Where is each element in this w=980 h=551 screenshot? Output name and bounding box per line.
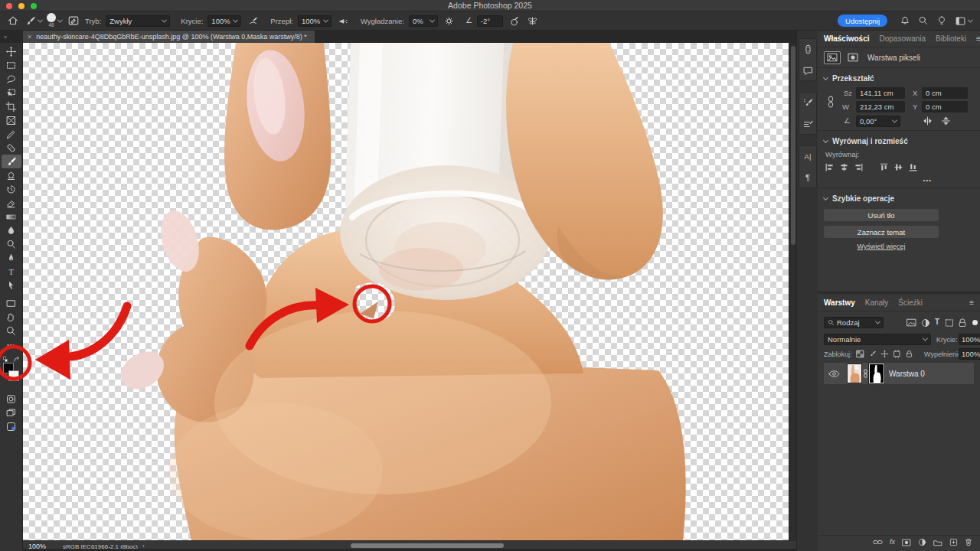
tab-properties[interactable]: Właściwości [824,34,869,43]
eyedropper-tool[interactable] [2,127,21,141]
notifications-bell-icon[interactable] [900,15,910,26]
home-icon[interactable] [6,13,20,28]
smoothing-select[interactable]: 0% [409,15,438,27]
canvas-vertical-scrollbar[interactable] [789,43,796,540]
link-layers-icon[interactable] [873,539,883,546]
align-more-icon[interactable]: ••• [824,177,932,184]
size-pressure-icon[interactable] [508,13,521,28]
layers-menu-icon[interactable]: ≡ [969,298,974,307]
tab-adjustments[interactable]: Dopasowania [879,34,926,43]
align-center-horizontal-icon[interactable] [838,161,849,172]
smoothing-options-gear-icon[interactable] [443,13,456,28]
marquee-tool[interactable] [2,58,21,72]
object-selection-tool[interactable] [2,86,21,99]
brush-angle-input[interactable]: -2° [477,15,503,27]
paragraph-panel-icon[interactable]: ¶ [800,170,815,185]
pixel-layer-icon[interactable] [824,51,841,64]
character-panel-icon[interactable]: A| [800,148,815,164]
quick-mask-icon[interactable] [2,392,21,406]
opacity-select[interactable]: 100% [207,15,241,27]
width-input[interactable]: 141,11 cm [856,87,905,99]
discover-lightbulb-icon[interactable] [936,15,947,26]
add-mask-icon[interactable] [902,539,911,546]
layer-visibility-eye-icon[interactable] [828,370,840,378]
frame-tool[interactable] [2,113,21,127]
history-brush-tool[interactable] [2,182,21,196]
eraser-tool[interactable] [2,196,21,210]
layer-mask-link-icon[interactable] [863,369,868,378]
panel-menu-icon[interactable]: ≡ [976,34,980,43]
background-color-swatch[interactable] [8,370,19,381]
color-swatches[interactable] [2,355,21,387]
layers-opacity-select[interactable]: 100% [959,334,980,345]
filter-smart-objects-icon[interactable] [958,318,967,328]
move-tool[interactable] [2,44,21,58]
crop-tool[interactable] [2,99,21,113]
gradient-tool[interactable] [2,210,21,223]
quick-actions-header[interactable]: Szybkie operacje [824,192,974,204]
blur-tool[interactable] [2,223,21,237]
brush-settings-toggle-icon[interactable] [67,13,80,28]
type-tool[interactable]: T [2,265,21,279]
align-top-icon[interactable] [878,161,889,172]
filter-shape-layers-icon[interactable] [945,318,954,328]
flip-horizontal-icon[interactable] [922,116,933,126]
transform-header[interactable]: Przekształć [824,72,974,84]
lasso-tool[interactable] [2,72,21,86]
edit-toolbar-icon[interactable]: ••• [2,337,21,351]
tab-paths[interactable]: Ścieżki [898,298,923,307]
new-layer-icon[interactable] [949,538,958,546]
history-panel-icon[interactable] [800,41,815,57]
filter-toggle-icon[interactable] [972,320,978,325]
healing-brush-tool[interactable] [2,141,21,155]
layer-mask-icon[interactable] [844,51,861,64]
lock-all-icon[interactable] [905,350,913,358]
delete-layer-trash-icon[interactable] [965,538,972,546]
horizontal-scrollbar-thumb[interactable] [351,543,504,548]
show-more-link[interactable]: Wyświetl więcej [824,243,939,250]
lock-transparency-icon[interactable] [856,350,864,358]
shape-tool[interactable] [2,296,21,310]
align-header[interactable]: Wyrównaj i rozmieść [824,135,974,147]
tab-libraries[interactable]: Biblioteki [936,34,966,43]
layer-effects-icon[interactable]: fx [890,539,895,546]
swap-colors-icon[interactable] [13,356,21,363]
fill-select[interactable]: 100% [959,348,980,360]
align-left-icon[interactable] [824,161,835,172]
tab-channels[interactable]: Kanały [865,298,889,307]
height-input[interactable]: 212,23 cm [856,101,905,112]
pen-tool[interactable] [2,251,21,265]
x-input[interactable]: 0 cm [922,87,968,99]
edit-in-app-icon[interactable] [2,419,21,433]
filter-pixel-layers-icon[interactable] [906,318,916,327]
blend-mode-select[interactable]: Zwykły [106,15,170,27]
y-input[interactable]: 0 cm [922,101,968,112]
lock-position-icon[interactable] [880,350,889,358]
share-button[interactable]: Udostępnij [838,15,887,27]
layer-filter-select[interactable]: Rodzaj [824,317,884,328]
remove-background-button[interactable]: Usuń tło [824,209,939,221]
filter-type-layers-icon[interactable]: T [935,318,939,326]
link-dimensions-icon[interactable] [824,90,838,113]
status-options-chevron-icon[interactable]: › [142,543,145,549]
add-adjustment-icon[interactable] [918,538,926,546]
tab-overflow-icon[interactable]: » [0,31,11,43]
screen-mode-icon[interactable] [2,406,21,419]
opacity-pressure-icon[interactable] [246,13,260,28]
align-bottom-icon[interactable] [907,161,918,172]
workspace-switcher-icon[interactable] [955,15,972,27]
tab-close-icon[interactable]: × [28,33,31,41]
path-selection-tool[interactable] [2,279,21,292]
hand-tool[interactable] [2,310,21,324]
search-icon[interactable] [918,15,929,26]
brush-settings-panel-icon[interactable] [800,95,815,110]
select-subject-button[interactable]: Zaznacz temat [824,226,939,238]
flip-vertical-icon[interactable] [940,116,952,126]
align-center-vertical-icon[interactable] [893,161,903,172]
lock-pixels-icon[interactable] [868,350,877,358]
airbrush-icon[interactable] [336,13,350,28]
brush-size-picker[interactable]: 46 [47,13,62,28]
symmetry-butterfly-icon[interactable] [526,13,540,28]
layer-row[interactable]: Warstwa 0 [824,363,974,384]
brush-tool[interactable] [2,155,21,168]
